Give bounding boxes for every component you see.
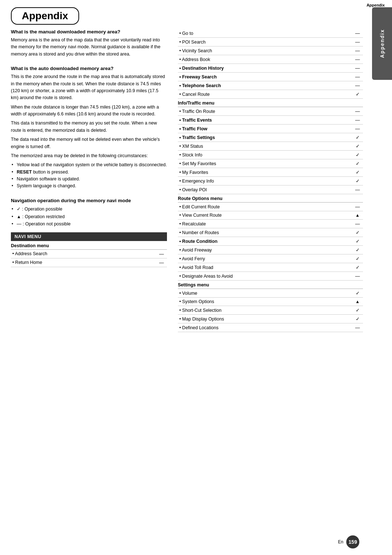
menu-item-label: • My Favorites bbox=[178, 170, 208, 175]
menu-item-label: • Avoid Ferry bbox=[178, 256, 205, 261]
menu-row: • Volume ✓ bbox=[178, 289, 363, 298]
bullet-item-1: Yellow lead of the navigation system or … bbox=[11, 162, 167, 168]
menu-row: • Route Condition ✓ bbox=[178, 237, 363, 246]
menu-item-value: ✓ bbox=[352, 238, 363, 244]
menu-item-label: • Telephone Search bbox=[178, 83, 221, 88]
menu-item-value: — bbox=[352, 48, 363, 53]
menu-item-value: ✓ bbox=[352, 307, 363, 313]
legend-item-2: ▲ : Operation restricted bbox=[11, 213, 167, 220]
navi-menu-label: NAVI MENU bbox=[11, 232, 167, 241]
side-tab: Appendix bbox=[372, 7, 392, 80]
menu-item-label: • Route Condition bbox=[178, 239, 217, 244]
legend-desc-2: : Operation restricted bbox=[21, 214, 65, 219]
menu-row: • Edit Current Route — bbox=[178, 203, 363, 211]
menu-item-label: • Address Search bbox=[11, 251, 47, 256]
menu-row: • Traffic Settings ✓ bbox=[178, 133, 363, 142]
menu-item-label: • Defined Locations bbox=[178, 325, 219, 330]
menu-item-value: ▲ bbox=[352, 213, 363, 218]
menu-item-label: • Overlay POI bbox=[178, 187, 207, 192]
menu-item-value: ✓ bbox=[352, 91, 363, 97]
menu-item-value: ✓ bbox=[352, 152, 363, 158]
menu-row: • Overlay POI — bbox=[178, 185, 363, 194]
menu-item-label: • Destination History bbox=[178, 66, 224, 71]
menu-item-value: ✓ bbox=[352, 161, 363, 166]
menu-item-label: • Volume bbox=[178, 291, 197, 296]
menu-item-label: • POI Search bbox=[178, 40, 205, 45]
menu-item-value: ✓ bbox=[352, 290, 363, 296]
menu-item-value: ✓ bbox=[352, 170, 363, 175]
section2-body1: This is the zone around the route in the… bbox=[11, 73, 167, 102]
menu-item-value: — bbox=[352, 109, 363, 114]
legend-item-3: — : Operation not possible bbox=[11, 220, 167, 228]
menu-row: • Go to — bbox=[178, 29, 363, 38]
page-footer: En 159 bbox=[338, 535, 359, 548]
legend-item-1: ✓ : Operation possible bbox=[11, 205, 167, 213]
menu-item-value: ✓ bbox=[352, 316, 363, 322]
menu-item-label: • Return Home bbox=[11, 260, 42, 265]
menu-item-label: • Vicinity Search bbox=[178, 48, 212, 53]
menu-item-label: • Traffic On Route bbox=[178, 109, 215, 114]
menu-item-value: ✓ bbox=[352, 247, 363, 253]
menu-item-value: — bbox=[352, 187, 363, 192]
menu-item-value: — bbox=[352, 273, 363, 279]
menu-item-value: — bbox=[352, 74, 363, 79]
menu-item-label: • Avoid Toll Road bbox=[178, 265, 213, 270]
destination-items-right: • Go to — • POI Search — • Vicinity Sear… bbox=[178, 29, 363, 99]
menu-item-label: • Freeway Search bbox=[178, 74, 217, 79]
menu-row: • Short-Cut Selection ✓ bbox=[178, 306, 363, 315]
menu-row: • Recalculate — bbox=[178, 220, 363, 228]
footer-lang: En bbox=[338, 539, 343, 544]
menu-row: • Traffic Events — bbox=[178, 116, 363, 125]
menu-item-value: ✓ bbox=[352, 135, 363, 140]
route-options-menu-label: Route Options menu bbox=[178, 194, 363, 203]
menu-row: • Avoid Toll Road ✓ bbox=[178, 263, 363, 272]
section2-body4: The data read into the memory will not b… bbox=[11, 136, 167, 150]
section2-body5: The memorized area may be deleted in the… bbox=[11, 152, 167, 159]
left-column: What is the manual downloaded memory are… bbox=[11, 29, 167, 332]
menu-row: • View Current Route ▲ bbox=[178, 211, 363, 220]
info-traffic-menu-label: Info/Traffic menu bbox=[178, 99, 363, 107]
menu-item-value: — bbox=[352, 126, 363, 131]
menu-item-label: • Traffic Flow bbox=[178, 126, 207, 131]
route-options-items: • Edit Current Route — • View Current Ro… bbox=[178, 203, 363, 281]
menu-item-label: • Traffic Events bbox=[178, 118, 212, 123]
menu-row: • Avoid Freeway ✓ bbox=[178, 246, 363, 254]
menu-item-label: • Stock Info bbox=[178, 152, 202, 158]
page-title: Appendix bbox=[11, 7, 79, 25]
menu-item-label: • Edit Current Route bbox=[178, 204, 220, 209]
menu-row: • Address Search — bbox=[11, 250, 167, 258]
menu-item-value: — bbox=[352, 83, 363, 88]
menu-item-label: • XM Status bbox=[178, 144, 203, 149]
menu-row: • Map Display Options ✓ bbox=[178, 315, 363, 323]
chapter-header: Appendix bbox=[367, 3, 385, 7]
menu-row: • Number of Routes ✓ bbox=[178, 228, 363, 237]
bullet-item-4: System language is changed. bbox=[11, 183, 167, 189]
section3-heading: Navigation operation during the memory n… bbox=[11, 198, 167, 203]
menu-item-value: ✓ bbox=[352, 230, 363, 235]
settings-menu-label: Settings menu bbox=[178, 281, 363, 289]
info-traffic-items: • Traffic On Route — • Traffic Events — … bbox=[178, 107, 363, 194]
destination-items-left: • Address Search — • Return Home — bbox=[11, 250, 167, 267]
legend-list: ✓ : Operation possible ▲ : Operation res… bbox=[11, 205, 167, 228]
bullet-item-2: RESET button is pressed. bbox=[11, 169, 167, 176]
menu-item-label: • Emergency Info bbox=[178, 179, 214, 184]
menu-row: • System Options ▲ bbox=[178, 298, 363, 306]
settings-items: • Volume ✓ • System Options ▲ • Short-Cu… bbox=[178, 289, 363, 332]
menu-row: • POI Search — bbox=[178, 38, 363, 46]
menu-item-label: • View Current Route bbox=[178, 213, 222, 218]
bullet-item-3: Navigation software is updated. bbox=[11, 176, 167, 183]
menu-row: • Destination History — bbox=[178, 64, 363, 73]
bullets-list: Yellow lead of the navigation system or … bbox=[11, 162, 167, 190]
menu-item-label: • Map Display Options bbox=[178, 317, 224, 322]
menu-row: • Cancel Route ✓ bbox=[178, 90, 363, 99]
menu-item-value: ✓ bbox=[352, 143, 363, 149]
menu-row: • Telephone Search — bbox=[178, 81, 363, 90]
menu-row: • Stock Info ✓ bbox=[178, 151, 363, 159]
menu-item-label: • Designate Areas to Avoid bbox=[178, 274, 233, 279]
menu-item-value: — bbox=[352, 204, 363, 209]
menu-row: • Emergency Info ✓ bbox=[178, 177, 363, 185]
section2-body2: When the route distance is longer than 7… bbox=[11, 104, 167, 118]
menu-row: • Vicinity Search — bbox=[178, 46, 363, 55]
legend-desc-3: : Operation not possible bbox=[21, 221, 71, 227]
menu-item-value: ✓ bbox=[352, 256, 363, 261]
